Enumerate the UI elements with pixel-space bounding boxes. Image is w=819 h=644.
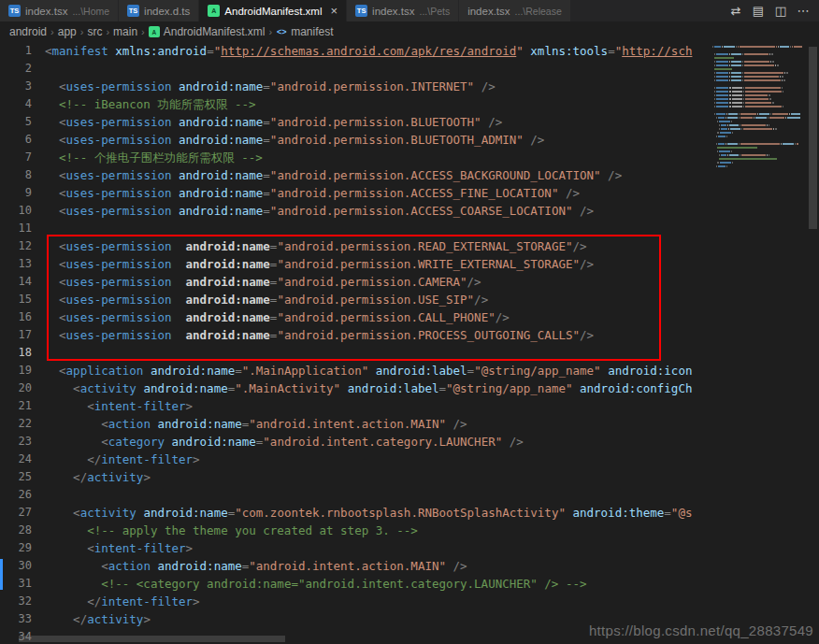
code-line[interactable]: 32 </intent-filter> [0,593,712,610]
vertical-scrollbar[interactable] [809,47,817,229]
line-number[interactable]: 10 [0,202,32,220]
minimap-segment [773,128,774,130]
code-line[interactable]: 9 <uses-permission android:name="android… [0,184,712,202]
code-line[interactable]: 12 <uses-permission android:name="androi… [0,237,712,255]
horizontal-scrollbar[interactable] [19,636,285,642]
code-line[interactable]: 6 <uses-permission android:name="android… [0,131,712,149]
line-number[interactable]: 12 [0,237,32,255]
line-number[interactable]: 8 [0,166,32,184]
code-line[interactable]: 27 <activity android:name="com.zoontek.r… [0,504,712,522]
minimap-segment [719,124,720,126]
code-token: uses-permission [66,257,172,271]
code-line[interactable]: 23 <category android:name="android.inten… [0,433,712,451]
line-number[interactable]: 26 [0,486,32,504]
line-number[interactable]: 24 [0,451,32,468]
line-number[interactable]: 28 [0,522,32,539]
code-line[interactable]: 28 <!-- apply the theme you created at s… [0,522,712,539]
code-line[interactable]: 16 <uses-permission android:name="androi… [0,308,712,326]
code-line[interactable]: 2 [0,60,712,78]
code-line[interactable]: 4 <!-- iBeancon 功能所需权限 --> [0,95,712,113]
minimap-segment [729,91,731,93]
line-number[interactable]: 32 [0,593,32,610]
line-number[interactable]: 1 [0,42,32,60]
code-line[interactable]: 5 <uses-permission android:name="android… [0,113,712,131]
code-line[interactable]: 31 <!-- <category android:name="android.… [0,575,712,593]
code-line[interactable]: 8 <uses-permission android:name="android… [0,166,712,184]
line-number[interactable]: 7 [0,149,32,166]
code-token: > [186,541,194,555]
minimap-segment [741,154,765,156]
tab-index-tsx-pets[interactable]: TS index.tsx ...\Pets [347,0,459,21]
compare-changes-icon[interactable]: ⇄ [726,4,746,18]
code-line[interactable]: 13 <uses-permission android:name="androi… [0,255,712,273]
line-number[interactable]: 15 [0,291,32,308]
minimap-line [712,61,806,63]
tab-androidmanifest-xml[interactable]: A AndroidManifest.xml × [199,0,347,21]
code-line[interactable]: 22 <action android:name="android.intent.… [0,415,712,433]
line-number[interactable]: 13 [0,255,32,273]
code-token: /> [496,310,510,324]
line-number[interactable]: 25 [0,468,32,486]
breadcrumb-item-manifest-symbol[interactable]: <> manifest [276,25,333,38]
code-token [601,364,609,378]
code-line[interactable]: 17 <uses-permission android:name="androi… [0,326,712,344]
code-line[interactable]: 14 <uses-permission android:name="androi… [0,273,712,291]
code-line[interactable]: 26 [0,486,712,504]
line-number[interactable]: 2 [0,60,32,78]
minimap-segment [718,136,725,137]
line-number[interactable]: 30 [0,557,32,575]
line-number[interactable]: 21 [0,397,32,415]
code-line[interactable]: 29 <intent-filter> [0,539,712,557]
line-number[interactable]: 23 [0,433,32,451]
more-actions-icon[interactable]: ⋯ [793,4,813,18]
code-line[interactable]: 30 <action android:name="android.intent.… [0,557,712,575]
line-number[interactable]: 5 [0,113,32,131]
minimap[interactable] [712,46,806,644]
line-number[interactable]: 31 [0,575,32,593]
line-number[interactable]: 20 [0,379,32,397]
line-number[interactable]: 17 [0,326,32,344]
code-area[interactable]: 1<manifest xmlns:android="http://schemas… [0,42,712,644]
minimap-segment [729,154,740,156]
line-number[interactable]: 19 [0,362,32,379]
code-token: < [73,381,80,395]
minimap-segment [719,154,720,156]
breadcrumb-item-app[interactable]: app [58,25,77,38]
code-line[interactable]: 10 <uses-permission android:name="androi… [0,202,712,220]
line-number[interactable]: 11 [0,220,32,237]
line-number[interactable]: 16 [0,308,32,326]
code-line[interactable]: 20 <activity android:name=".MainActivity… [0,379,712,397]
close-icon[interactable]: × [331,5,338,17]
code-line[interactable]: 21 <intent-filter> [0,397,712,415]
line-number[interactable]: 9 [0,184,32,202]
line-number[interactable]: 4 [0,95,32,113]
breadcrumb-item-android[interactable]: android [9,25,47,38]
tab-index-tsx-release[interactable]: index.tsx ...\Release [459,0,571,21]
split-editor-icon[interactable]: ◫ [770,4,791,18]
code-line[interactable]: 11 [0,220,712,237]
code-line[interactable]: 25 </activity> [0,468,712,486]
code-line[interactable]: 1<manifest xmlns:android="http://schemas… [0,42,712,60]
breadcrumb-item-androidmanifest[interactable]: A AndroidManifest.xml [149,25,266,38]
tab-index-d-ts[interactable]: TS index.d.ts [119,0,199,21]
breadcrumb-item-main[interactable]: main [113,25,137,38]
minimap-segment [714,57,735,59]
code-line[interactable]: 24 </intent-filter> [0,451,712,468]
line-number[interactable]: 3 [0,78,32,95]
line-number[interactable]: 33 [0,610,32,628]
line-number[interactable]: 18 [0,344,32,362]
line-number[interactable]: 22 [0,415,32,433]
line-number[interactable]: 14 [0,273,32,291]
code-line[interactable]: 7 <!-- 个推电子围栏功能所需权限 --> [0,149,712,166]
code-line[interactable]: 18 [0,344,712,362]
code-line[interactable]: 19 <application android:name=".MainAppli… [0,362,712,379]
tab-index-tsx-home[interactable]: TS index.tsx ...\Home [0,0,119,21]
open-preview-icon[interactable]: ▤ [748,4,769,18]
breadcrumb-item-src[interactable]: src [87,25,102,38]
code-token: > [143,470,151,484]
code-line[interactable]: 3 <uses-permission android:name="android… [0,78,712,95]
line-number[interactable]: 6 [0,131,32,149]
code-line[interactable]: 15 <uses-permission android:name="androi… [0,291,712,308]
line-number[interactable]: 29 [0,539,32,557]
line-number[interactable]: 27 [0,504,32,522]
